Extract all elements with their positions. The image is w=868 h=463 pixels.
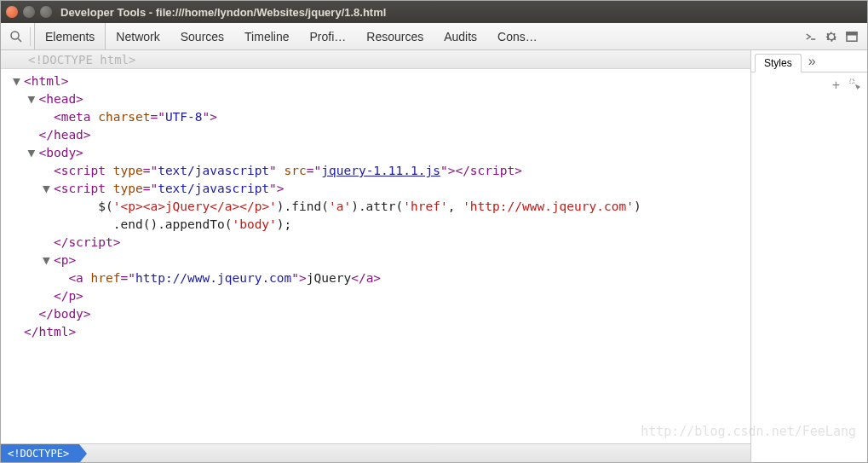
dom-tree-row[interactable]: </body> <box>13 305 750 323</box>
window-close-button[interactable] <box>6 6 18 18</box>
toggle-arrow-icon <box>43 287 54 305</box>
svg-rect-4 <box>847 32 857 34</box>
toggle-arrow-icon[interactable]: ▼ <box>27 144 38 162</box>
tab-profi[interactable]: Profi… <box>299 23 356 49</box>
dom-tree-row[interactable]: .end().appendTo('body'); <box>13 216 750 234</box>
svg-point-0 <box>11 32 19 39</box>
toggle-arrow-icon <box>13 323 24 341</box>
dom-tree-row[interactable]: <script type="text/javascript" src="jque… <box>13 162 750 180</box>
elements-panel: <!DOCTYPE html> ▼<html> ▼<head> <meta ch… <box>1 50 751 462</box>
tab-resources[interactable]: Resources <box>356 23 434 49</box>
main-tabs: ElementsNetworkSourcesTimelineProfi…Reso… <box>34 23 548 49</box>
toggle-arrow-icon <box>43 234 54 252</box>
window-minimize-button[interactable] <box>23 6 35 18</box>
dom-tree-row[interactable]: </head> <box>13 126 750 144</box>
toolbar-separator <box>30 27 31 46</box>
styles-sidebar: Styles » + <box>751 50 867 462</box>
toggle-arrow-icon <box>102 216 113 234</box>
breadcrumb-item[interactable]: <!DOCTYPE> <box>1 444 79 462</box>
content-area: <!DOCTYPE html> ▼<html> ▼<head> <meta ch… <box>1 50 867 462</box>
tab-sources[interactable]: Sources <box>170 23 234 49</box>
tab-styles[interactable]: Styles <box>755 54 802 72</box>
breadcrumb-bar: <!DOCTYPE> <box>1 443 750 462</box>
svg-line-1 <box>18 38 21 42</box>
tab-timeline[interactable]: Timeline <box>234 23 299 49</box>
window-controls <box>6 6 52 18</box>
tab-audits[interactable]: Audits <box>434 23 487 49</box>
toggle-arrow-icon <box>43 108 54 126</box>
window-maximize-button[interactable] <box>40 6 52 18</box>
dom-tree-row[interactable]: </html> <box>13 323 750 341</box>
toggle-arrow-icon <box>27 305 38 323</box>
element-state-icon[interactable] <box>848 78 862 94</box>
dom-tree-row[interactable]: ▼<script type="text/javascript"> <box>13 180 750 198</box>
console-toggle-icon[interactable] <box>801 26 821 47</box>
tab-elements[interactable]: Elements <box>34 23 106 49</box>
search-icon[interactable] <box>6 26 26 47</box>
toggle-arrow-icon[interactable]: ▼ <box>43 180 54 198</box>
sidebar-tabs: Styles » <box>751 50 867 72</box>
window-titlebar: Developer Tools - file:///home/lyndon/We… <box>1 1 867 23</box>
dom-tree-row[interactable]: </script> <box>13 234 750 252</box>
devtools-window: Developer Tools - file:///home/lyndon/We… <box>0 0 868 463</box>
tabs-overflow-icon[interactable]: » <box>802 51 823 72</box>
dom-tree-row[interactable]: <meta charset="UTF-8"> <box>13 108 750 126</box>
toggle-arrow-icon <box>27 126 38 144</box>
dom-tree[interactable]: ▼<html> ▼<head> <meta charset="UTF-8"> <… <box>1 69 750 443</box>
dom-tree-row[interactable]: </p> <box>13 287 750 305</box>
dom-tree-row[interactable]: ▼<html> <box>13 72 750 90</box>
toggle-arrow-icon[interactable]: ▼ <box>27 90 38 108</box>
devtools-toolbar: ElementsNetworkSourcesTimelineProfi…Reso… <box>1 23 867 50</box>
toggle-arrow-icon <box>43 162 54 180</box>
dom-tree-row[interactable]: ▼<head> <box>13 90 750 108</box>
dom-tree-row[interactable]: <a href="http://www.jqeury.com">jQuery</… <box>13 269 750 287</box>
toggle-arrow-icon <box>57 269 68 287</box>
tab-cons[interactable]: Cons… <box>487 23 548 49</box>
toggle-arrow-icon[interactable]: ▼ <box>13 72 24 90</box>
window-title: Developer Tools - file:///home/lyndon/We… <box>60 6 386 19</box>
toggle-arrow-icon[interactable]: ▼ <box>43 252 54 269</box>
svg-rect-5 <box>850 79 854 84</box>
gear-icon[interactable] <box>821 26 842 47</box>
dom-tree-row[interactable]: $('<p><a>jQuery</a></p>').find('a').attr… <box>13 198 750 216</box>
toggle-arrow-icon <box>87 198 98 216</box>
dock-icon[interactable] <box>842 26 862 47</box>
dom-tree-row[interactable]: ▼<body> <box>13 144 750 162</box>
sidebar-actions: + <box>751 72 867 99</box>
dom-tree-row[interactable]: ▼<p> <box>13 252 750 269</box>
add-style-icon[interactable]: + <box>832 78 840 94</box>
doctype-row[interactable]: <!DOCTYPE html> <box>1 50 750 69</box>
tab-network[interactable]: Network <box>106 23 170 49</box>
